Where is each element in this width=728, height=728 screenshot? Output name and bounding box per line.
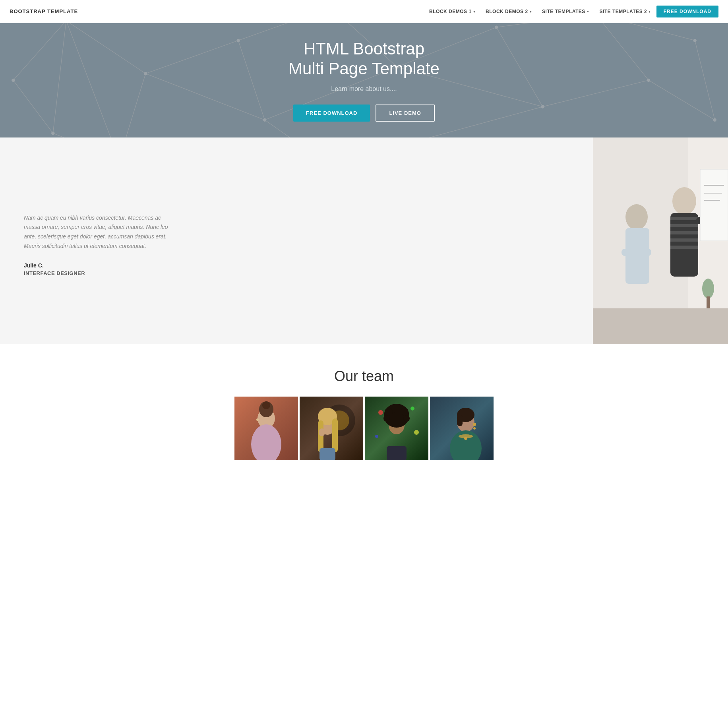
team-section: Our team xyxy=(0,344,728,460)
team-member-4 xyxy=(430,397,494,460)
svg-point-81 xyxy=(410,407,414,410)
svg-point-89 xyxy=(392,404,401,413)
svg-line-7 xyxy=(145,74,265,120)
svg-line-4 xyxy=(66,23,119,137)
about-person-role: INTERFACE DESIGNER xyxy=(24,270,569,276)
hero-section: HTML Bootstrap Multi Page Template Learn… xyxy=(0,23,728,137)
about-image-column xyxy=(593,137,728,344)
svg-point-83 xyxy=(414,430,419,435)
about-text-column: Nam ac quam eu nibh varius consectetur. … xyxy=(0,137,593,344)
svg-rect-92 xyxy=(387,446,407,460)
svg-rect-76 xyxy=(332,418,338,452)
svg-point-53 xyxy=(625,204,648,230)
svg-line-12 xyxy=(496,27,543,107)
hero-subtitle: Learn more about us.... xyxy=(288,85,440,93)
team-member-3 xyxy=(365,397,428,460)
svg-point-26 xyxy=(144,72,147,75)
svg-point-44 xyxy=(672,187,696,215)
svg-line-18 xyxy=(695,41,715,120)
svg-line-5 xyxy=(145,41,238,74)
svg-rect-49 xyxy=(670,238,698,242)
hero-title: HTML Bootstrap Multi Page Template xyxy=(288,39,440,79)
chevron-down-icon: ▾ xyxy=(530,10,532,14)
svg-point-100 xyxy=(473,423,476,426)
svg-point-61 xyxy=(702,279,714,298)
navbar: BOOTSTRAP TEMPLATE BLOCK DEMOS 1 ▾ BLOCK… xyxy=(0,0,728,23)
navbar-brand[interactable]: BOOTSTRAP TEMPLATE xyxy=(10,8,78,14)
svg-rect-75 xyxy=(318,420,323,452)
svg-point-69 xyxy=(256,418,259,421)
team-member-1 xyxy=(234,397,298,460)
svg-rect-50 xyxy=(670,246,698,249)
svg-point-36 xyxy=(647,79,650,82)
svg-rect-47 xyxy=(670,224,698,227)
svg-point-78 xyxy=(319,428,325,436)
nav-site-templates[interactable]: SITE TEMPLATES ▾ xyxy=(537,6,594,17)
svg-line-16 xyxy=(543,80,649,107)
hero-download-button[interactable]: FREE DOWNLOAD xyxy=(293,105,370,122)
svg-rect-45 xyxy=(670,213,698,277)
svg-line-6 xyxy=(238,41,265,120)
svg-line-0 xyxy=(66,23,146,74)
svg-line-24 xyxy=(13,80,53,133)
svg-line-20 xyxy=(265,120,331,137)
svg-point-37 xyxy=(693,39,697,42)
nav-site-templates-2[interactable]: SITE TEMPLATES 2 ▾ xyxy=(594,6,655,17)
svg-point-91 xyxy=(403,415,410,422)
svg-rect-96 xyxy=(457,415,463,426)
svg-line-19 xyxy=(649,80,715,120)
svg-line-17 xyxy=(596,23,695,41)
team-member-2 xyxy=(300,397,363,460)
chevron-down-icon: ▾ xyxy=(587,10,589,14)
svg-line-8 xyxy=(238,23,331,41)
hero-buttons: FREE DOWNLOAD LIVE DEMO xyxy=(288,105,440,122)
svg-point-67 xyxy=(262,401,270,409)
nav-block-demos-1[interactable]: BLOCK DEMOS 1 ▾ xyxy=(424,6,480,17)
about-quote: Nam ac quam eu nibh varius consectetur. … xyxy=(24,213,175,251)
svg-point-82 xyxy=(375,435,378,438)
team-grid xyxy=(8,397,720,460)
svg-rect-77 xyxy=(319,448,335,460)
svg-rect-48 xyxy=(670,231,698,234)
svg-point-34 xyxy=(541,105,544,108)
svg-point-33 xyxy=(495,25,498,29)
svg-line-3 xyxy=(53,23,66,133)
svg-point-28 xyxy=(51,132,54,135)
svg-rect-55 xyxy=(622,249,651,256)
svg-point-87 xyxy=(385,408,393,416)
svg-point-80 xyxy=(378,410,383,415)
about-section: Nam ac quam eu nibh varius consectetur. … xyxy=(0,137,728,344)
svg-point-30 xyxy=(263,118,266,122)
svg-point-41 xyxy=(12,79,15,82)
svg-line-1 xyxy=(119,74,146,137)
about-person-name: Julie C. xyxy=(24,262,569,269)
svg-point-101 xyxy=(473,427,476,430)
svg-line-23 xyxy=(13,23,66,80)
svg-point-29 xyxy=(236,39,240,42)
navbar-links: BLOCK DEMOS 1 ▾ BLOCK DEMOS 2 ▾ SITE TEM… xyxy=(424,6,718,17)
svg-rect-62 xyxy=(707,296,710,308)
svg-rect-60 xyxy=(593,308,728,344)
svg-point-99 xyxy=(464,437,467,440)
svg-point-88 xyxy=(401,408,409,416)
navbar-download-button[interactable]: FREE DOWNLOAD xyxy=(656,6,718,17)
hero-demo-button[interactable]: LIVE DEMO xyxy=(376,105,435,122)
svg-point-38 xyxy=(713,118,716,122)
chevron-down-icon: ▾ xyxy=(649,10,651,14)
about-photo xyxy=(593,137,728,344)
nav-block-demos-2[interactable]: BLOCK DEMOS 2 ▾ xyxy=(481,6,536,17)
hero-content: HTML Bootstrap Multi Page Template Learn… xyxy=(288,39,440,122)
chevron-down-icon: ▾ xyxy=(473,10,476,14)
svg-point-90 xyxy=(383,415,390,422)
svg-rect-46 xyxy=(670,217,698,220)
svg-line-14 xyxy=(496,23,596,27)
team-section-title: Our team xyxy=(8,368,720,385)
svg-rect-56 xyxy=(700,169,728,241)
svg-line-15 xyxy=(596,23,649,80)
